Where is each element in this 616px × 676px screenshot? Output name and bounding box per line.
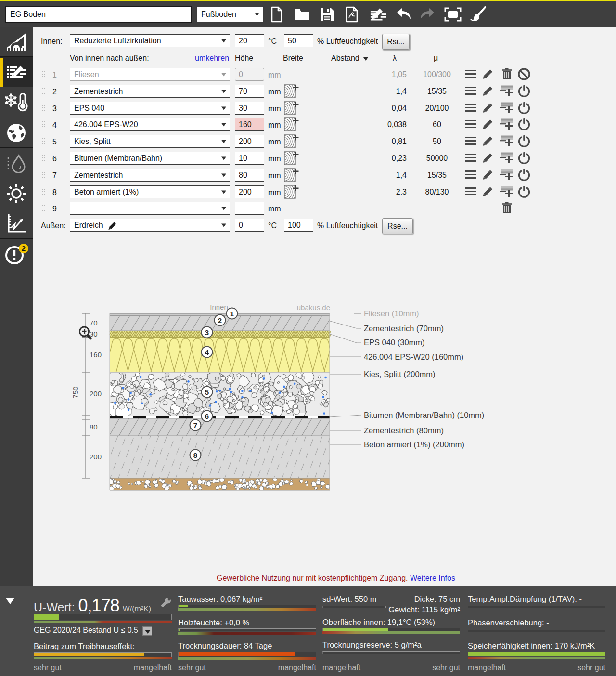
svg-text:2: 2 — [218, 316, 222, 325]
svg-text:1: 1 — [230, 310, 234, 318]
svg-text:3: 3 — [205, 328, 209, 337]
svg-text:80: 80 — [90, 423, 98, 431]
svg-text:2: 2 — [22, 244, 26, 252]
svg-text:70: 70 — [90, 319, 98, 327]
svg-text:Fliesen (10mm): Fliesen (10mm) — [364, 309, 419, 318]
svg-text:426.004 EPS-W20 (160mm): 426.004 EPS-W20 (160mm) — [364, 352, 463, 361]
svg-text:160: 160 — [90, 351, 102, 359]
svg-text:Bitumen (Membran/Bahn) (10mm): Bitumen (Membran/Bahn) (10mm) — [364, 411, 484, 419]
svg-text:6: 6 — [205, 412, 209, 420]
svg-text:4: 4 — [205, 348, 209, 356]
svg-text:ubakus.de: ubakus.de — [297, 303, 330, 312]
svg-text:8: 8 — [193, 451, 197, 459]
svg-text:200: 200 — [90, 453, 102, 461]
svg-text:7: 7 — [193, 421, 197, 429]
svg-text:200: 200 — [90, 390, 102, 398]
svg-text:30: 30 — [90, 330, 98, 338]
svg-text:Beton armiert (1%) (200mm): Beton armiert (1%) (200mm) — [364, 440, 464, 449]
svg-text:750: 750 — [71, 386, 79, 398]
svg-text:Zementestrich (70mm): Zementestrich (70mm) — [364, 324, 444, 333]
svg-text:5: 5 — [205, 388, 209, 396]
svg-text:Innen: Innen — [210, 303, 228, 311]
svg-text:Kies, Splitt (200mm): Kies, Splitt (200mm) — [364, 370, 436, 378]
svg-text:EPS 040 (30mm): EPS 040 (30mm) — [364, 338, 425, 347]
svg-text:Zementestrich (80mm): Zementestrich (80mm) — [364, 426, 444, 435]
